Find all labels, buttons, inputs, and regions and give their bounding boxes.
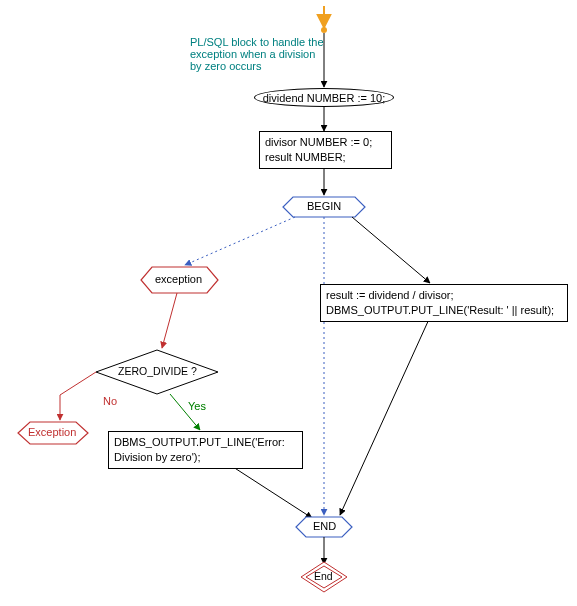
ellipse-dividend: dividend NUMBER := 10; bbox=[254, 88, 394, 107]
label-no: No bbox=[103, 395, 117, 407]
hex-exception-label: exception bbox=[155, 273, 202, 285]
annotation-text: PL/SQL block to handle the exception whe… bbox=[190, 36, 350, 72]
box-dbms-error: DBMS_OUTPUT.PUT_LINE('Error: Division by… bbox=[108, 431, 303, 469]
svg-point-1 bbox=[321, 27, 327, 33]
box-result-label: result := dividend / divisor; DBMS_OUTPU… bbox=[326, 288, 562, 318]
diamond-zero-label: ZERO_DIVIDE ? bbox=[115, 365, 200, 377]
ellipse-dividend-label: dividend NUMBER := 10; bbox=[263, 92, 386, 104]
svg-line-8 bbox=[162, 293, 177, 348]
hex-end-label: END bbox=[313, 520, 336, 532]
diamond-end-label: End bbox=[314, 570, 333, 582]
annotation-content: PL/SQL block to handle the exception whe… bbox=[190, 36, 350, 72]
box-result: result := dividend / divisor; DBMS_OUTPU… bbox=[320, 284, 568, 322]
box-dbms-error-label: DBMS_OUTPUT.PUT_LINE('Error: Division by… bbox=[114, 435, 297, 465]
hex-exc-bottom-label: Exception bbox=[28, 426, 76, 438]
box-divisor: divisor NUMBER := 0; result NUMBER; bbox=[259, 131, 392, 169]
label-yes: Yes bbox=[188, 400, 206, 412]
box-divisor-label: divisor NUMBER := 0; result NUMBER; bbox=[265, 135, 386, 165]
hex-begin-label: BEGIN bbox=[307, 200, 341, 212]
